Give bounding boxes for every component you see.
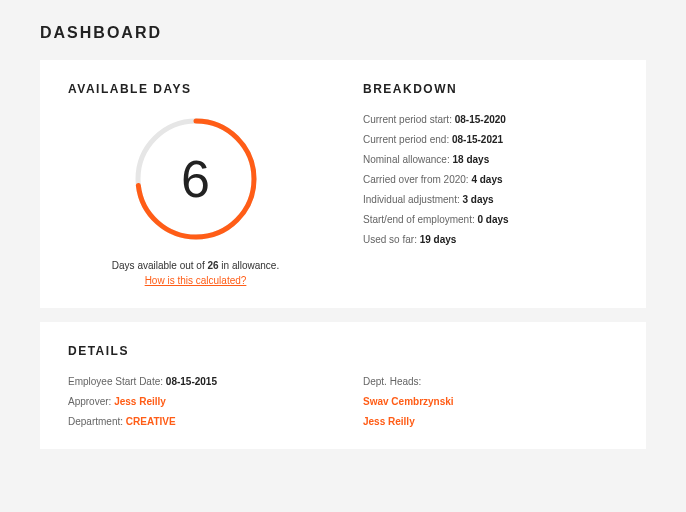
breakdown-item-label: Current period start:	[363, 114, 455, 125]
summary-card: AVAILABLE DAYS 6 Days available out of 2…	[40, 60, 646, 308]
detail-item-label: Approver:	[68, 396, 114, 407]
detail-item: Jess Reilly	[363, 416, 618, 427]
breakdown-item-value: 3 days	[463, 194, 494, 205]
detail-item-value[interactable]: Swav Cembrzynski	[363, 396, 454, 407]
detail-item-value: 08-15-2015	[166, 376, 217, 387]
available-days-caption: Days available out of 26 in allowance.	[112, 260, 279, 271]
detail-item: Approver: Jess Reilly	[68, 396, 323, 407]
detail-item-value[interactable]: Jess Reilly	[363, 416, 415, 427]
breakdown-section: BREAKDOWN Current period start: 08-15-20…	[363, 82, 618, 286]
details-left-column: Employee Start Date: 08-15-2015Approver:…	[68, 376, 323, 427]
detail-item-value[interactable]: Jess Reilly	[114, 396, 166, 407]
detail-item: Dept. Heads:	[363, 376, 618, 387]
breakdown-item-label: Current period end:	[363, 134, 452, 145]
breakdown-item-value: 19 days	[420, 234, 457, 245]
details-card: DETAILS Employee Start Date: 08-15-2015A…	[40, 322, 646, 449]
details-title: DETAILS	[68, 344, 618, 358]
breakdown-item-label: Individual adjustment:	[363, 194, 463, 205]
available-days-number: 6	[131, 114, 261, 244]
breakdown-item-value: 08-15-2020	[455, 114, 506, 125]
breakdown-title: BREAKDOWN	[363, 82, 618, 96]
breakdown-item: Individual adjustment: 3 days	[363, 194, 618, 205]
available-days-title: AVAILABLE DAYS	[68, 82, 323, 96]
breakdown-item-label: Start/end of employment:	[363, 214, 478, 225]
details-right-column: Dept. Heads: Swav CembrzynskiJess Reilly	[363, 376, 618, 427]
breakdown-item-label: Carried over from 2020:	[363, 174, 471, 185]
how-calculated-link[interactable]: How is this calculated?	[145, 275, 247, 286]
breakdown-item: Carried over from 2020: 4 days	[363, 174, 618, 185]
breakdown-item: Nominal allowance: 18 days	[363, 154, 618, 165]
available-days-gauge: 6	[131, 114, 261, 244]
detail-item: Employee Start Date: 08-15-2015	[68, 376, 323, 387]
detail-item-label: Employee Start Date:	[68, 376, 166, 387]
available-days-section: AVAILABLE DAYS 6 Days available out of 2…	[68, 82, 323, 286]
page-title: DASHBOARD	[40, 24, 646, 42]
breakdown-item-label: Nominal allowance:	[363, 154, 453, 165]
breakdown-item: Current period end: 08-15-2021	[363, 134, 618, 145]
breakdown-item: Used so far: 19 days	[363, 234, 618, 245]
detail-item-label: Dept. Heads:	[363, 376, 421, 387]
breakdown-item-value: 4 days	[471, 174, 502, 185]
breakdown-item-value: 0 days	[478, 214, 509, 225]
detail-item-label: Department:	[68, 416, 126, 427]
breakdown-item-value: 08-15-2021	[452, 134, 503, 145]
detail-item-value[interactable]: CREATIVE	[126, 416, 176, 427]
breakdown-item-label: Used so far:	[363, 234, 420, 245]
breakdown-item: Start/end of employment: 0 days	[363, 214, 618, 225]
breakdown-list: Current period start: 08-15-2020Current …	[363, 114, 618, 245]
detail-item: Department: CREATIVE	[68, 416, 323, 427]
detail-item: Swav Cembrzynski	[363, 396, 618, 407]
breakdown-item-value: 18 days	[453, 154, 490, 165]
breakdown-item: Current period start: 08-15-2020	[363, 114, 618, 125]
